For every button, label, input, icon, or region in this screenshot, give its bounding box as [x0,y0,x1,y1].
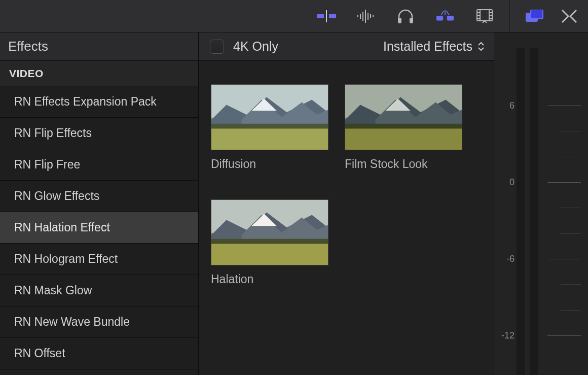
top-toolbar [0,0,588,32]
sidebar-title: Effects [0,32,198,61]
meter-scale: 60-6-12 [494,32,588,375]
meter-subtick [561,310,581,311]
meter-tick-label: -12 [495,330,514,341]
thumbnail-image [211,199,328,265]
svg-rect-13 [447,16,454,21]
sidebar-item-rn-offset[interactable]: RN Offset [0,338,198,369]
audio-meter-panel: 60-6-12 [494,32,588,375]
sidebar-item-rn-flip-effects[interactable]: RN Flip Effects [0,118,198,149]
svg-rect-27 [531,10,543,19]
app-root: Effects VIDEO RN Effects Expansion Pack … [0,0,588,375]
svg-rect-44 [345,85,462,150]
audio-waveform-icon[interactable] [356,7,376,26]
meter-subtick [561,131,581,131]
sidebar-item-rn-mask-glow[interactable]: RN Mask Glow [0,275,198,306]
installed-effects-dropdown[interactable]: Installed Effects [383,39,485,54]
svg-rect-11 [410,18,413,23]
svg-line-14 [441,11,444,15]
effect-thumb-film-stock-look[interactable]: Film Stock Look [345,84,462,171]
dropdown-label: Installed Effects [383,39,472,54]
browser-header: 4K Only Installed Effects [199,32,494,61]
sidebar-item-rn-hologram-effect[interactable]: RN Hologram Effect [0,244,198,275]
meter-tick-line [547,106,581,106]
effect-browser: 4K Only Installed Effects [199,32,494,375]
sidebar-item-rn-new-wave-bundle[interactable]: RN New Wave Bundle [0,306,198,338]
svg-rect-52 [211,200,328,265]
svg-rect-12 [436,16,443,21]
color-tags-icon[interactable] [435,7,455,26]
thumbnail-label: Film Stock Look [345,157,462,171]
effect-thumb-halation[interactable]: Halation [211,199,328,286]
effects-sidebar: Effects VIDEO RN Effects Expansion Pack … [0,32,199,375]
window-layout-icon[interactable] [525,7,544,26]
svg-rect-1 [329,14,336,18]
meter-tick-label: 6 [495,100,514,111]
sidebar-item-rn-effects-expansion-pack[interactable]: RN Effects Expansion Pack [0,86,198,118]
thumbnail-image [345,84,462,150]
thumbnail-label: Halation [211,272,328,286]
4k-only-checkbox[interactable] [210,40,224,54]
svg-rect-2 [326,10,327,22]
meter-subtick [561,157,581,157]
toolbar-group-window [509,0,579,32]
svg-rect-0 [317,14,324,18]
thumbnail-image [211,84,328,150]
meter-tick-line [547,182,581,183]
meter-tick-label: 0 [495,177,514,188]
svg-rect-10 [398,18,401,23]
meter-subtick [561,208,581,208]
svg-line-15 [447,11,449,15]
sidebar-item-rn-halation-effect[interactable]: RN Halation Effect [0,212,198,244]
meter-tick-line [547,259,581,259]
meter-subtick [561,284,581,285]
meter-tick-line [547,335,581,336]
thumbnail-label: Diffusion [211,157,328,171]
sidebar-section-video[interactable]: VIDEO [0,61,198,86]
fullscreen-toggle-icon[interactable] [560,7,579,26]
meter-tick-label: -6 [495,254,514,264]
effect-thumb-diffusion[interactable]: Diffusion [211,84,328,171]
main-row: Effects VIDEO RN Effects Expansion Pack … [0,32,588,375]
svg-rect-36 [211,85,328,150]
effect-thumbnail-grid: Diffusion Film Stock Look [199,61,494,375]
film-strip-icon[interactable] [475,7,494,26]
meter-subtick [561,233,581,234]
chevron-up-down-icon [477,41,485,52]
trim-tool-icon[interactable] [317,7,336,26]
sidebar-item-rn-flip-free[interactable]: RN Flip Free [0,149,198,181]
toolbar-group-tools [317,7,509,26]
4k-only-label: 4K Only [233,39,278,54]
headphones-icon[interactable] [396,7,415,26]
sidebar-item-rn-glow-effects[interactable]: RN Glow Effects [0,181,198,212]
